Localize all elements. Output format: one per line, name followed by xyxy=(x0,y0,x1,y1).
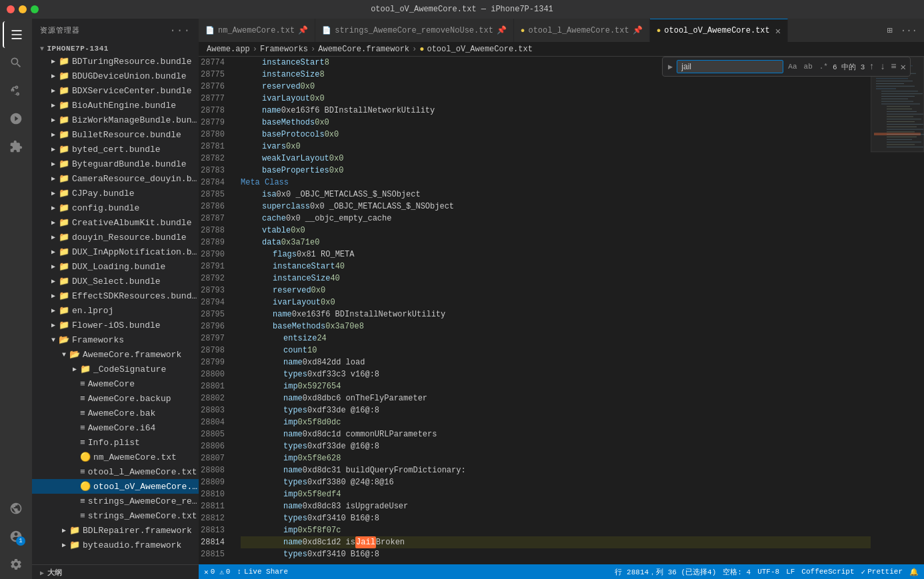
sidebar-item-strings-remove[interactable]: ▶ ≡ strings_AwemeCore_removeNoUse.txt xyxy=(32,494,199,508)
code-line-28812: types 0xdf3410 B16@:8 xyxy=(241,512,871,524)
search-count: 6 中的 3 xyxy=(833,62,865,72)
language-indicator[interactable]: CoffeeScript xyxy=(801,568,854,576)
tab-pin-icon[interactable]: 📌 xyxy=(633,25,643,35)
settings-icon[interactable] xyxy=(3,551,29,578)
sidebar-item-byteguard[interactable]: ▶ 📁 ByteguardBundle.bundle xyxy=(32,157,199,171)
sidebar-item-bioauth[interactable]: ▶ 📁 BioAuthEngine.bundle xyxy=(32,98,199,113)
search-select-all-icon[interactable]: ≡ xyxy=(889,60,897,73)
errors-indicator[interactable]: ✕ 0 ⚠ 0 xyxy=(204,568,230,576)
line-28801: 28801 xyxy=(199,380,230,392)
sidebar-item-strings[interactable]: ▶ ≡ strings_AwemeCore.txt xyxy=(32,508,199,523)
maximize-button[interactable] xyxy=(31,5,39,13)
close-button[interactable] xyxy=(7,5,15,13)
sidebar-item-awemecore-framework[interactable]: ▼ 📂 AwemeCore.framework xyxy=(32,347,199,362)
encoding-indicator[interactable]: UTF-8 xyxy=(757,568,779,576)
breadcrumb-part-3[interactable]: AwemeCore.framework xyxy=(318,45,409,54)
sidebar-item-dux-loading[interactable]: ▶ 📁 DUX_Loading.bundle xyxy=(32,259,199,274)
sidebar-root[interactable]: IPHONE7P-1341 xyxy=(47,45,109,53)
spaces-indicator[interactable]: 空格: 4 xyxy=(723,567,751,577)
breadcrumb-sep-1: › xyxy=(253,45,257,54)
run-icon[interactable] xyxy=(3,105,29,132)
line-28804: 28804 xyxy=(199,416,230,428)
breadcrumb-sep-2: › xyxy=(311,45,315,54)
breadcrumb-part-1[interactable]: Aweme.app xyxy=(207,45,250,54)
root-arrow-icon[interactable]: ▼ xyxy=(40,45,45,53)
tab-otool-ov[interactable]: ● otool_oV_AwemeCore.txt ✕ xyxy=(650,19,788,42)
account-icon[interactable]: 1 xyxy=(3,523,29,550)
tab-pin-icon[interactable]: 📌 xyxy=(298,25,308,35)
line-28802: 28802 xyxy=(199,392,230,404)
search-icon[interactable] xyxy=(3,49,29,76)
line-ending-indicator[interactable]: LF xyxy=(786,568,795,576)
formatter-indicator[interactable]: ✓ Prettier xyxy=(861,568,903,576)
match-case-icon[interactable]: Aa xyxy=(786,61,799,72)
outline-label[interactable]: 大纲 xyxy=(47,568,63,578)
minimize-button[interactable] xyxy=(19,5,27,13)
notifications-icon[interactable]: 🔔 xyxy=(909,568,919,576)
sidebar-item-camera[interactable]: ▶ 📁 CameraResource_douyin.bundle xyxy=(32,171,199,186)
sidebar-item-bdxservice[interactable]: ▶ 📁 BDXServiceCenter.bundle xyxy=(32,83,199,98)
breadcrumb-part-2[interactable]: Frameworks xyxy=(260,45,308,54)
tab-nm-awemecore[interactable]: 📄 nm_AwemeCore.txt 📌 xyxy=(199,19,315,42)
search-close-icon[interactable]: ✕ xyxy=(901,61,906,73)
tab-otool-l[interactable]: ● otool_l_AwemeCore.txt 📌 xyxy=(514,19,650,42)
sidebar-item-creative[interactable]: ▶ 📁 CreativeAlbumKit.bundle xyxy=(32,215,199,230)
split-editor-icon[interactable]: ⊞ xyxy=(884,23,895,37)
sidebar-item-bizwork[interactable]: ▶ 📁 BizWorkManageBundle.bundle xyxy=(32,113,199,127)
sidebar-item-awemecore-i64[interactable]: ▶ ≡ AwemeCore.i64 xyxy=(32,420,199,435)
sidebar-item-otool-ov[interactable]: ▶ 🟡 otool_oV_AwemeCore.txt xyxy=(32,479,199,494)
sidebar-item-effect[interactable]: ▶ 📁 EffectSDKResources.bundle xyxy=(32,289,199,303)
search-input[interactable] xyxy=(677,60,783,73)
sidebar-item-cjpay[interactable]: ▶ 📁 CJPay.bundle xyxy=(32,186,199,201)
sidebar-item-awemecore-backup[interactable]: ▶ ≡ AwemeCore.backup xyxy=(32,391,199,406)
extensions-icon[interactable] xyxy=(3,133,29,160)
sidebar-more-icon[interactable]: ··· xyxy=(169,25,191,37)
tab-file-icon: 📄 xyxy=(322,26,331,35)
remote-icon[interactable] xyxy=(3,495,29,522)
sidebar-item-douyin[interactable]: ▶ 📁 douyin_Resource.bundle xyxy=(32,230,199,245)
sidebar-item-otool-l[interactable]: ▶ ≡ otool_l_AwemeCore.txt xyxy=(32,464,199,479)
code-view[interactable]: instanceStart 8 instanceSize 8 reserved … xyxy=(235,57,871,564)
sidebar-item-dux-select[interactable]: ▶ 📁 DUX_Select.bundle xyxy=(32,274,199,289)
tab-strings-remove[interactable]: 📄 strings_AwemeCore_removeNoUse.txt 📌 xyxy=(315,19,514,42)
sidebar-item-awemecore-file[interactable]: ▶ ≡ AwemeCore xyxy=(32,376,199,391)
sidebar-item-config[interactable]: ▶ 📁 config.bundle xyxy=(32,201,199,215)
sidebar-item-dux-inapp[interactable]: ▶ 📁 DUX_InAppNotification.bundle xyxy=(32,245,199,259)
minimap[interactable] xyxy=(871,57,924,564)
search-expand-icon[interactable]: ▶ xyxy=(667,61,674,73)
file-icon: ≡ xyxy=(80,511,85,521)
tab-file-icon: 📄 xyxy=(205,26,215,35)
regex-icon[interactable]: .* xyxy=(817,61,830,72)
tab-close-icon[interactable]: ✕ xyxy=(775,25,781,37)
breadcrumb-part-4[interactable]: otool_oV_AwemeCore.txt xyxy=(427,45,532,54)
code-line-28806: types 0xdf33de @16@:8 xyxy=(241,440,871,452)
sidebar-item-bdturing[interactable]: ▶ 📁 BDTuringResource.bundle xyxy=(32,54,199,69)
sidebar-item-codesignature[interactable]: ▶ 📁 _CodeSignature xyxy=(32,362,199,376)
sidebar-item-byteaudio[interactable]: ▶ 📁 byteaudio.framework xyxy=(32,538,199,552)
tab-pin-icon[interactable]: 📌 xyxy=(497,25,507,35)
code-line-28786: superclass 0x0 _OBJC_METACLASS_$_NSObjec… xyxy=(241,201,871,213)
sidebar-item-frameworks[interactable]: ▼ 📂 Frameworks xyxy=(32,332,199,347)
sidebar-item-flower[interactable]: ▶ 📁 Flower-iOS.bundle xyxy=(32,318,199,332)
sidebar-item-infoplist[interactable]: ▶ ≡ Info.plist xyxy=(32,435,199,450)
position-indicator[interactable]: 行 28814，列 36 (已选择4) xyxy=(615,567,716,577)
code-line-28788: vtable 0x0 xyxy=(241,225,871,237)
live-share-indicator[interactable]: ↕ Live Share xyxy=(237,568,288,576)
statusbar-left: ✕ 0 ⚠ 0 ↕ Live Share xyxy=(204,568,288,576)
sidebar-item-byted[interactable]: ▶ 📁 byted_cert.bundle xyxy=(32,142,199,157)
sidebar-item-bullet[interactable]: ▶ 📁 BulletResource.bundle xyxy=(32,127,199,142)
search-prev-icon[interactable]: ↑ xyxy=(867,60,875,73)
source-control-icon[interactable] xyxy=(3,77,29,104)
sidebar-item-nm-awemecore[interactable]: ▶ 🟡 nm_AwemeCore.txt xyxy=(32,450,199,464)
explorer-icon[interactable] xyxy=(3,21,29,48)
folder-arrow-icon: ▶ xyxy=(48,72,59,80)
file-icon: ≡ xyxy=(80,438,85,448)
match-word-icon[interactable]: ab xyxy=(802,61,815,72)
sidebar-item-awemecore-bak[interactable]: ▶ ≡ AwemeCore.bak xyxy=(32,406,199,420)
search-next-icon[interactable]: ↓ xyxy=(879,60,887,73)
more-tabs-icon[interactable]: ··· xyxy=(898,24,920,37)
outline-arrow-icon[interactable]: ▶ xyxy=(40,569,45,577)
sidebar-item-bdl[interactable]: ▶ 📁 BDLRepairer.framework xyxy=(32,523,199,538)
sidebar-item-bdug[interactable]: ▶ 📁 BDUGDeviceUnion.bundle xyxy=(32,69,199,83)
sidebar-item-enlproj[interactable]: ▶ 📁 en.lproj xyxy=(32,303,199,318)
